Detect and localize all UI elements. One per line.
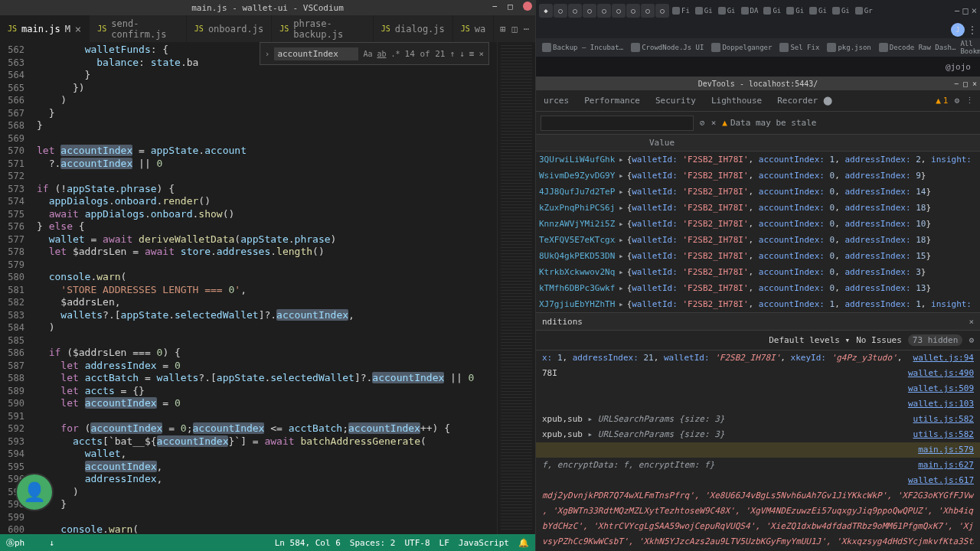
dt-tab-security[interactable]: Security	[648, 96, 704, 106]
console-output[interactable]: x: 1, addressIndex: 21, walletId: 'F2SB2…	[536, 350, 980, 551]
dt-tab-lighthouse[interactable]: Lighthouse	[704, 96, 769, 106]
scope-row[interactable]: 8UkQ4gkPEKD53DNL4"▸{walletId: 'F2SB2_IH7…	[536, 248, 980, 264]
dt-tab-recorder[interactable]: Recorder ⬤	[769, 96, 840, 106]
tab-send-confirm[interactable]: JS send-confirm.js	[90, 15, 187, 42]
cursor-position[interactable]: Ln 584, Col 6	[275, 538, 341, 548]
browser-tab[interactable]: ○	[583, 4, 596, 18]
browser-tab[interactable]: Gi	[761, 7, 783, 15]
scope-row[interactable]: 3QUrwiLiW4ufGhkP"▸{walletId: 'F2SB2_IH78…	[536, 152, 980, 168]
browser-tab[interactable]: ○	[655, 4, 669, 18]
close-find-icon[interactable]: ×	[479, 49, 484, 59]
browser-tab[interactable]: Gi	[807, 7, 829, 15]
minimize-icon[interactable]: −	[954, 80, 959, 88]
console-line[interactable]: main.js:579	[536, 442, 980, 458]
scope-row[interactable]: KnnzAWVjYMi2i5ZoGo"▸{walletId: 'F2SB2_IH…	[536, 216, 980, 232]
code-editor[interactable]: › Aa ab .* 14 of 21 ↑ ↓ ≡ × 562563564565…	[0, 42, 535, 534]
whole-word-icon[interactable]: ab	[377, 50, 386, 58]
source-link[interactable]: main.js:579	[912, 444, 974, 456]
match-case-icon[interactable]: Aa	[363, 50, 372, 58]
find-input[interactable]	[274, 47, 358, 60]
console-line[interactable]: f, encryptData: f, encryptItem: f}main.j…	[536, 458, 980, 473]
source-link[interactable]: wallet.js:490	[902, 367, 974, 380]
maximize-icon[interactable]: □	[508, 2, 517, 11]
filter-input[interactable]	[541, 116, 694, 131]
arrow-icon[interactable]: ↓	[49, 538, 54, 548]
console-line[interactable]: mdj2yDvnjkPDR7Q74wXLFmTnsPfrq', 'Xe8U66J…	[536, 488, 980, 504]
hidden-count[interactable]: 73 hidden	[908, 334, 963, 346]
console-line[interactable]: bYdCHzC', 'XhtrCVYcgLgSAA59wojCepuRqVUQS…	[536, 519, 980, 534]
next-match-icon[interactable]: ↓	[459, 49, 465, 59]
browser-tab[interactable]: ○	[597, 4, 611, 18]
source-link[interactable]: wallet.js:509	[902, 383, 974, 395]
indent-setting[interactable]: Spaces: 2	[350, 538, 396, 548]
console-line[interactable]: wallet.js:509	[536, 381, 980, 396]
console-line[interactable]: xpub,sub ▸ URLSearchParams {size: 3}util…	[536, 427, 980, 442]
console-line[interactable]: wallet.js:103	[536, 396, 980, 412]
close-icon[interactable]: ×	[972, 5, 977, 16]
browser-tab[interactable]: ○	[612, 4, 626, 18]
block-icon[interactable]: ⊘	[700, 118, 705, 128]
all-bookmarks[interactable]: All Bookmarks	[960, 40, 980, 55]
dt-tab-performance[interactable]: Performance	[577, 96, 648, 106]
console-line[interactable]: 78Iwallet.js:490	[536, 366, 980, 381]
eol[interactable]: LF	[439, 538, 449, 548]
browser-tab[interactable]: Gi	[830, 7, 852, 15]
code-content[interactable]: walletFunds: { balance: state.ba } }) ) …	[31, 42, 497, 534]
console-line[interactable]: xpub,sub ▸ URLSearchParams {size: 3}util…	[536, 412, 980, 427]
browser-tab[interactable]: ○	[626, 4, 640, 18]
source-link[interactable]: main.js:627	[912, 459, 974, 471]
console-line[interactable]: vsyPZhCc9KwWCsbT', 'XkhN5YJzcAzs2au9LTV5…	[536, 534, 980, 549]
tab-onboard[interactable]: JS onboard.js	[187, 15, 272, 42]
minimize-icon[interactable]: −	[492, 2, 501, 11]
bookmark-item[interactable]: Doppelganger	[708, 41, 775, 54]
tab-main-js[interactable]: JS main.js M ×	[0, 15, 90, 42]
settings-icon[interactable]: ⚙	[954, 96, 959, 106]
minimize-icon[interactable]: −	[954, 5, 959, 16]
source-link[interactable]: wallet.js:94	[907, 352, 974, 364]
source-link[interactable]: utils.js:582	[907, 429, 974, 441]
encoding[interactable]: UTF-8	[404, 538, 430, 548]
browser-tab[interactable]: DA	[739, 7, 761, 15]
compare-icon[interactable]: ⊞	[500, 24, 505, 34]
notifications-icon[interactable]: 🔔	[518, 538, 529, 548]
source-link[interactable]: wallet.js:617	[902, 474, 974, 487]
console-settings-icon[interactable]: ⚙	[969, 335, 974, 345]
browser-tab[interactable]: Gi	[693, 7, 715, 15]
scope-row[interactable]: WsivmDe9ZyvDG9Yi7"▸{walletId: 'F2SB2_IH7…	[536, 168, 980, 184]
bookmark-item[interactable]: pkg.json	[824, 41, 874, 54]
browser-tab[interactable]: Gi	[716, 7, 738, 15]
regex-icon[interactable]: .*	[390, 50, 400, 58]
split-icon[interactable]: ◫	[512, 24, 518, 34]
console-line[interactable]: wallet.js:617	[536, 473, 980, 488]
extensions-icon[interactable]: ⋮	[968, 24, 977, 35]
console-line[interactable]: , 'XgBWTn33RdtMQzMZLXytTezhtoseW9C48X', …	[536, 504, 980, 519]
prev-match-icon[interactable]: ↑	[450, 49, 456, 59]
maximize-icon[interactable]: □	[963, 5, 969, 16]
console-line[interactable]: x: 1, addressIndex: 21, walletId: 'F2SB2…	[536, 350, 980, 366]
no-issues[interactable]: No Issues	[856, 335, 902, 345]
scope-row[interactable]: kZuxPnqPhiPCS6jfP"▸{walletId: 'F2SB2_IH7…	[536, 200, 980, 216]
more-icon[interactable]: ⋮	[965, 96, 974, 106]
browser-tab[interactable]: ◆	[539, 4, 553, 18]
scope-row[interactable]: 4JJ8QufJu7d2TePpB"▸{walletId: 'F2SB2_IH7…	[536, 184, 980, 200]
dt-tab-sources[interactable]: urces	[536, 96, 577, 106]
bookmark-item[interactable]: Decode Raw Dash…	[876, 41, 959, 54]
user-handle[interactable]: @jojo	[946, 62, 971, 72]
source-link[interactable]: utils.js:582	[907, 413, 974, 425]
more-icon[interactable]: ⋯	[524, 24, 529, 34]
close-tab-icon[interactable]: ×	[75, 23, 81, 35]
close-icon[interactable]: ×	[972, 80, 977, 88]
minimap[interactable]	[497, 42, 535, 534]
tab-dialog[interactable]: JS dialog.js	[374, 15, 453, 42]
browser-tab[interactable]: Gr	[853, 7, 875, 15]
bookmark-item[interactable]: CrowdNode.Js UI	[628, 41, 707, 54]
bookmark-item[interactable]: Backup – Incubat…	[539, 41, 626, 54]
scope-row[interactable]: TeXFQV5E7eKTcgxXE"▸{walletId: 'F2SB2_IH7…	[536, 232, 980, 248]
maximize-icon[interactable]: □	[963, 80, 968, 88]
close-icon[interactable]: ×	[711, 118, 717, 128]
find-chevron-icon[interactable]: ›	[265, 49, 270, 59]
status-mode[interactable]: ⓐph	[6, 537, 24, 549]
user-avatar[interactable]: 👤	[15, 473, 54, 511]
tab-wa[interactable]: JS wa	[453, 15, 495, 42]
scope-row[interactable]: KtrkbXckwwov2Nq9y"▸{walletId: 'F2SB2_IH7…	[536, 264, 980, 280]
